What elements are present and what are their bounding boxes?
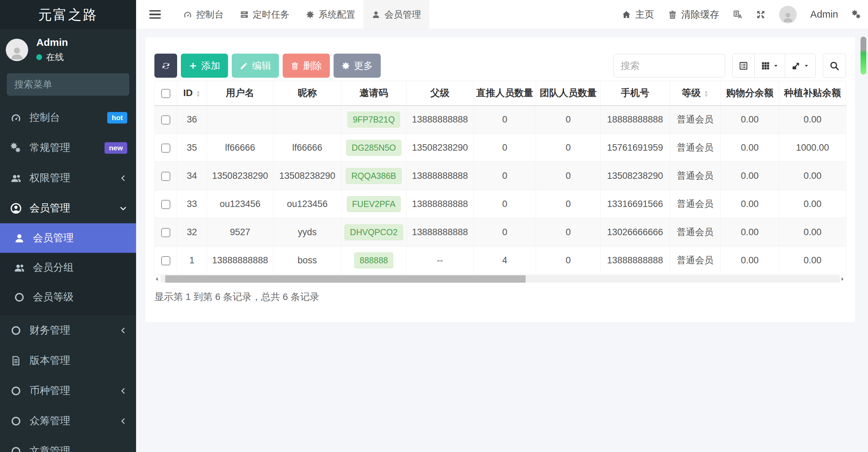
edit-button[interactable]: 编辑	[232, 54, 279, 78]
cell: 32	[177, 218, 207, 246]
sidebar-search-input[interactable]	[14, 79, 136, 90]
select-all-checkbox[interactable]	[161, 89, 170, 98]
row-checkbox[interactable]	[161, 172, 170, 181]
row-checkbox[interactable]	[161, 115, 170, 125]
tab-scheduled-tasks[interactable]: 定时任务	[232, 0, 298, 29]
sidebar-user-panel: Admin 在线	[0, 29, 136, 63]
column-header-label: ID	[183, 88, 193, 98]
cell	[273, 106, 341, 134]
gear-icon	[341, 61, 350, 70]
sidebar-item-label: 会员分组	[33, 261, 74, 275]
detail-view-button[interactable]	[733, 54, 755, 77]
topbar-avatar[interactable]	[779, 6, 797, 23]
column-header: 种植补贴余额	[779, 81, 846, 106]
cell: FUEV2PFA	[341, 190, 407, 218]
column-header-label: 父级	[431, 88, 450, 98]
cell: 13888888888	[407, 190, 474, 218]
cell: ou123456	[207, 190, 273, 218]
translate-icon[interactable]	[733, 10, 742, 19]
row-checkbox[interactable]	[161, 200, 170, 209]
more-button[interactable]: 更多	[334, 54, 381, 78]
cell: 0	[474, 218, 536, 246]
chevron-left-icon	[119, 387, 127, 395]
column-header[interactable]: 等级▲▼	[670, 81, 721, 106]
members-card: 添加 编辑 删除 更多	[145, 37, 855, 322]
tab-member-management[interactable]: 会员管理	[363, 0, 429, 29]
columns-grid-icon	[761, 61, 770, 71]
sidebar-item-articles[interactable]: 文章管理	[0, 436, 136, 452]
tab-dashboard[interactable]: 控制台	[175, 0, 232, 29]
sidebar-item-versions[interactable]: 版本管理	[0, 345, 136, 376]
gauge-icon	[10, 112, 22, 123]
table-toolbar: 添加 编辑 删除 更多	[154, 54, 846, 78]
brand-logo[interactable]: 元富之路	[0, 0, 136, 29]
members-table: ID▲▼用户名昵称邀请码父级直推人员数量团队人员数量手机号等级▲▼购物分余额种植…	[154, 81, 846, 275]
sidebar-item-label: 会员管理	[30, 201, 70, 215]
table-hscrollbar[interactable]	[154, 275, 846, 283]
chevron-down-icon	[119, 204, 127, 212]
home-link[interactable]: 主页	[622, 8, 654, 21]
sidebar-item-label: 财务管理	[30, 323, 70, 337]
tab-system-config[interactable]: 系统配置	[298, 0, 363, 29]
user-icon	[14, 233, 25, 244]
sidebar-item-currency[interactable]: 币种管理	[0, 376, 136, 406]
cell: yyds	[273, 218, 341, 246]
table-search-input[interactable]	[614, 54, 725, 77]
row-checkbox[interactable]	[161, 256, 170, 265]
column-header[interactable]: ID▲▼	[177, 81, 207, 106]
sidebar-item-member-list[interactable]: 会员管理	[0, 223, 136, 253]
cell: 13026666666	[601, 218, 670, 246]
search-button[interactable]	[823, 54, 846, 78]
scroll-left-icon[interactable]	[154, 277, 161, 282]
sidebar-item-dashboard[interactable]: 控制台hot	[0, 102, 136, 133]
cell: 13508238290	[207, 162, 273, 190]
sidebar-item-permissions[interactable]: 权限管理	[0, 163, 136, 193]
user-circle-icon	[10, 203, 22, 214]
badge-new: new	[105, 142, 127, 154]
add-button[interactable]: 添加	[181, 54, 228, 78]
sidebar-item-crowdfunding[interactable]: 众筹管理	[0, 406, 136, 436]
pencil-icon	[240, 61, 248, 70]
sidebar-toggle-icon[interactable]	[149, 10, 161, 19]
sidebar-item-member-groups[interactable]: 会员分组	[0, 253, 136, 282]
settings-gears-icon[interactable]	[852, 10, 861, 19]
clear-cache-link[interactable]: 清除缓存	[668, 8, 719, 21]
column-header-label: 等级	[682, 88, 701, 98]
column-header: 团队人员数量	[536, 81, 601, 106]
sidebar-item-label: 权限管理	[30, 171, 70, 185]
row-checkbox[interactable]	[161, 144, 170, 153]
user-icon	[782, 11, 794, 23]
cell: ou123456	[273, 190, 341, 218]
sidebar-item-finance[interactable]: 财务管理	[0, 315, 136, 345]
columns-button[interactable]	[755, 54, 785, 77]
hscroll-thumb[interactable]	[165, 275, 526, 283]
topbar-username[interactable]: Admin	[810, 9, 838, 20]
invite-code-badge: FUEV2PFA	[347, 196, 401, 212]
cell: 0.00	[721, 134, 779, 162]
row-select-cell	[155, 134, 177, 162]
circle-icon	[10, 416, 22, 427]
sort-arrows-icon[interactable]: ▲▼	[704, 90, 709, 97]
fullscreen-icon[interactable]	[756, 10, 766, 19]
delete-button[interactable]: 删除	[283, 54, 330, 78]
sidebar-item-general[interactable]: 常规管理new	[0, 133, 136, 163]
export-button[interactable]	[785, 54, 815, 77]
file-icon	[10, 355, 22, 366]
scroll-right-icon[interactable]	[840, 277, 846, 282]
sort-arrows-icon[interactable]: ▲▼	[196, 90, 201, 97]
sidebar-item-label: 会员等级	[33, 290, 74, 304]
sidebar-item-member-levels[interactable]: 会员等级	[0, 282, 136, 312]
column-header-label: 用户名	[226, 88, 254, 98]
row-checkbox[interactable]	[161, 228, 170, 237]
refresh-icon	[162, 61, 170, 70]
select-all-header	[155, 81, 177, 106]
cell: 0	[536, 106, 601, 134]
page-scrollbar-thumb[interactable]	[861, 37, 866, 75]
sidebar-item-members[interactable]: 会员管理	[0, 193, 136, 223]
cell: 13888888888	[207, 246, 273, 275]
chevron-left-icon	[119, 417, 127, 425]
hscroll-track[interactable]	[161, 275, 840, 283]
refresh-button[interactable]	[154, 54, 177, 78]
members-table-area: ID▲▼用户名昵称邀请码父级直推人员数量团队人员数量手机号等级▲▼购物分余额种植…	[154, 81, 846, 275]
invite-code-badge: RQQA386B	[346, 168, 401, 184]
